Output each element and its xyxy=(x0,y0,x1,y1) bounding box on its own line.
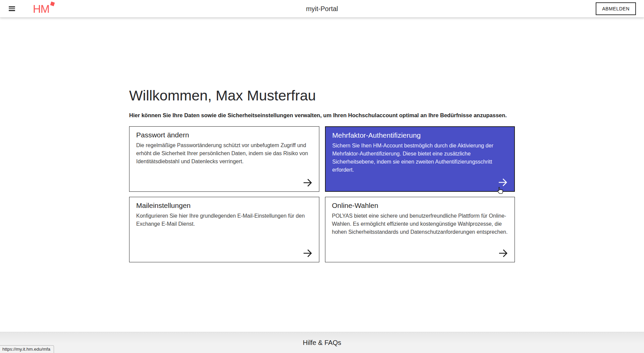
arrow-right-icon[interactable] xyxy=(302,177,313,188)
app-footer: Hilfe & FAQs xyxy=(0,332,644,353)
logout-button[interactable]: ABMELDEN xyxy=(596,2,636,15)
card-passwort-aendern[interactable]: Passwort ändern Die regelmäßige Passwort… xyxy=(129,126,319,192)
arrow-right-icon[interactable] xyxy=(497,177,508,188)
hm-logo[interactable]: HM xyxy=(33,3,49,14)
card-description: Sichern Sie Ihen HM-Account bestmöglich … xyxy=(332,142,508,174)
main-content: Willkommen, Max Musterfrau Hier können S… xyxy=(129,0,515,262)
hamburger-menu-icon[interactable] xyxy=(9,2,22,15)
service-card-grid: Passwort ändern Die regelmäßige Passwort… xyxy=(129,126,515,262)
hm-logo-flag-icon xyxy=(50,1,55,6)
page-header-title: myit-Portal xyxy=(0,5,644,13)
card-description: Die regelmäßige Passwortänderung schützt… xyxy=(136,141,312,166)
card-title: Online-Wahlen xyxy=(332,202,508,210)
help-faq-link[interactable]: Hilfe & FAQs xyxy=(303,339,341,347)
intro-text: Hier können Sie Ihre Daten sowie die Sic… xyxy=(129,111,515,119)
welcome-heading: Willkommen, Max Musterfrau xyxy=(129,87,515,104)
card-title: Maileinstellungen xyxy=(136,202,312,210)
card-description: Konfigurieren Sie hier Ihre grundlegende… xyxy=(136,212,312,228)
arrow-right-icon[interactable] xyxy=(498,248,508,259)
card-title: Passwort ändern xyxy=(136,131,312,139)
app-header: HM myit-Portal ABMELDEN xyxy=(0,0,644,17)
hm-logo-text: HM xyxy=(33,3,49,15)
arrow-right-icon[interactable] xyxy=(302,248,313,259)
card-title: Mehrfaktor-Authentifizierung xyxy=(332,131,508,139)
browser-status-url: https://my.it.hm.edu/mfa xyxy=(0,345,54,353)
card-maileinstellungen[interactable]: Maileinstellungen Konfigurieren Sie hier… xyxy=(129,197,319,262)
card-mehrfaktor-authentifizierung[interactable]: Mehrfaktor-Authentifizierung Sichern Sie… xyxy=(325,126,515,192)
card-description: POLYAS bietet eine sichere und benutzerf… xyxy=(332,212,508,236)
card-online-wahlen[interactable]: Online-Wahlen POLYAS bietet eine sichere… xyxy=(325,197,515,262)
